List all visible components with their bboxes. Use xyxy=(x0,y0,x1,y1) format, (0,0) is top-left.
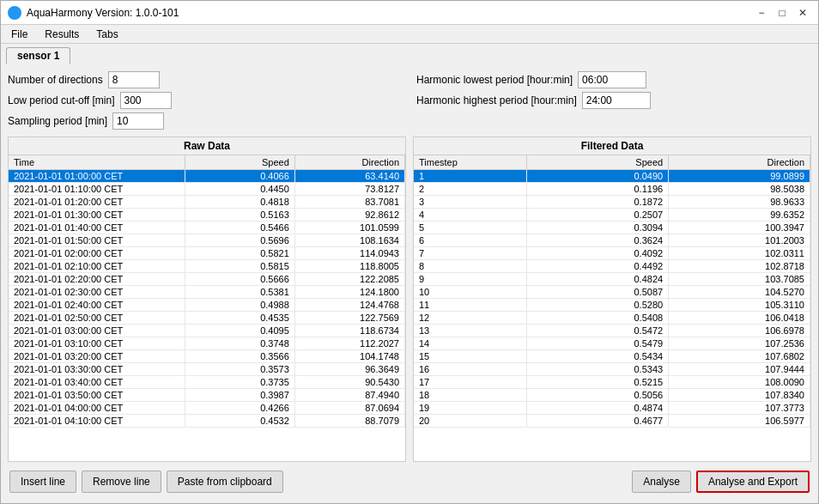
table-row[interactable]: 2021-01-01 02:20:00 CET0.5666122.2085 xyxy=(9,273,405,286)
filt-cell-timestep: 14 xyxy=(414,337,527,350)
table-row[interactable]: 2021-01-01 03:20:00 CET0.3566104.1748 xyxy=(9,350,405,363)
table-row[interactable]: 2021-01-01 01:30:00 CET0.516392.8612 xyxy=(9,209,405,222)
table-row[interactable]: 50.3094100.3947 xyxy=(414,222,810,234)
filt-cell-direction: 98.5038 xyxy=(669,183,810,196)
table-row[interactable]: 2021-01-01 02:50:00 CET0.4535122.7569 xyxy=(9,312,405,325)
minimize-button[interactable]: − xyxy=(753,5,770,21)
paste-clipboard-button[interactable]: Paste from clipboard xyxy=(167,471,283,493)
raw-cell-time: 2021-01-01 03:30:00 CET xyxy=(9,363,185,376)
raw-cell-speed: 0.5696 xyxy=(185,234,294,247)
raw-cell-direction: 87.0694 xyxy=(294,402,404,415)
table-row[interactable]: 110.5280105.3110 xyxy=(414,299,810,312)
table-row[interactable]: 20.119698.5038 xyxy=(414,183,810,196)
filt-cell-direction: 100.3947 xyxy=(669,222,810,234)
filt-cell-timestep: 4 xyxy=(414,209,527,222)
table-row[interactable]: 2021-01-01 01:10:00 CET0.445073.8127 xyxy=(9,183,405,196)
table-row[interactable]: 2021-01-01 03:30:00 CET0.357396.3649 xyxy=(9,363,405,376)
table-row[interactable]: 2021-01-01 02:30:00 CET0.5381124.1800 xyxy=(9,286,405,299)
table-row[interactable]: 2021-01-01 01:50:00 CET0.5696108.1634 xyxy=(9,234,405,247)
table-row[interactable]: 2021-01-01 04:10:00 CET0.453288.7079 xyxy=(9,415,405,428)
table-row[interactable]: 2021-01-01 01:40:00 CET0.5466101.0599 xyxy=(9,222,405,234)
raw-cell-speed: 0.5163 xyxy=(185,209,294,222)
filt-cell-timestep: 2 xyxy=(414,183,527,196)
raw-data-scroll[interactable]: Time Speed Direction 2021-01-01 01:00:00… xyxy=(9,155,405,461)
maximize-button[interactable]: □ xyxy=(774,5,791,21)
window-title: AquaHarmony Version: 1.0.0-101 xyxy=(27,7,179,19)
num-directions-input[interactable] xyxy=(108,71,160,88)
low-period-input[interactable] xyxy=(120,92,172,109)
table-row[interactable]: 150.5434107.6802 xyxy=(414,350,810,363)
table-row[interactable]: 40.250799.6352 xyxy=(414,209,810,222)
table-row[interactable]: 2021-01-01 04:00:00 CET0.426687.0694 xyxy=(9,402,405,415)
harmonic-lowest-label: Harmonic lowest period [hour:min] xyxy=(416,74,573,86)
filt-cell-timestep: 13 xyxy=(414,325,527,337)
table-row[interactable]: 2021-01-01 01:20:00 CET0.481883.7081 xyxy=(9,196,405,209)
table-row[interactable]: 10.049099.0899 xyxy=(414,170,810,183)
table-row[interactable]: 180.5056107.8340 xyxy=(414,389,810,402)
table-row[interactable]: 170.5215108.0090 xyxy=(414,376,810,389)
raw-cell-direction: 122.7569 xyxy=(294,312,404,325)
menu-tabs[interactable]: Tabs xyxy=(89,27,124,42)
table-row[interactable]: 80.4492102.8718 xyxy=(414,260,810,273)
raw-cell-time: 2021-01-01 03:10:00 CET xyxy=(9,337,185,350)
filt-cell-speed: 0.5087 xyxy=(527,286,669,299)
raw-cell-speed: 0.4095 xyxy=(185,325,294,337)
table-row[interactable]: 90.4824103.7085 xyxy=(414,273,810,286)
raw-cell-speed: 0.4450 xyxy=(185,183,294,196)
table-row[interactable]: 200.4677106.5977 xyxy=(414,415,810,428)
table-row[interactable]: 70.4092102.0311 xyxy=(414,247,810,260)
sampling-period-input[interactable] xyxy=(112,112,164,130)
analyse-export-button[interactable]: Analyse and Export xyxy=(696,471,810,493)
main-window: AquaHarmony Version: 1.0.0-101 − □ ✕ Fil… xyxy=(0,0,819,504)
filt-cell-speed: 0.5479 xyxy=(527,337,669,350)
table-row[interactable]: 190.4874107.3773 xyxy=(414,402,810,415)
filt-cell-direction: 98.9633 xyxy=(669,196,810,209)
raw-cell-time: 2021-01-01 02:30:00 CET xyxy=(9,286,185,299)
filt-cell-timestep: 19 xyxy=(414,402,527,415)
raw-cell-direction: 124.1800 xyxy=(294,286,404,299)
table-row[interactable]: 30.187298.9633 xyxy=(414,196,810,209)
filt-cell-timestep: 8 xyxy=(414,260,527,273)
filt-cell-speed: 0.3094 xyxy=(527,222,669,234)
table-row[interactable]: 2021-01-01 03:10:00 CET0.3748112.2027 xyxy=(9,337,405,350)
menu-results[interactable]: Results xyxy=(38,27,86,42)
raw-cell-time: 2021-01-01 02:40:00 CET xyxy=(9,299,185,312)
raw-cell-time: 2021-01-01 01:50:00 CET xyxy=(9,234,185,247)
filt-cell-direction: 107.8340 xyxy=(669,389,810,402)
table-row[interactable]: 2021-01-01 02:10:00 CET0.5815118.8005 xyxy=(9,260,405,273)
insert-line-button[interactable]: Insert line xyxy=(9,471,76,493)
analyse-button[interactable]: Analyse xyxy=(632,471,691,493)
table-row[interactable]: 130.5472106.6978 xyxy=(414,325,810,337)
filt-cell-direction: 106.0418 xyxy=(669,312,810,325)
tab-sensor1[interactable]: sensor 1 xyxy=(6,47,70,64)
table-row[interactable]: 100.5087104.5270 xyxy=(414,286,810,299)
harmonic-lowest-input[interactable] xyxy=(578,71,646,88)
harmonic-highest-input[interactable] xyxy=(582,92,651,109)
table-row[interactable]: 2021-01-01 02:40:00 CET0.4988124.4768 xyxy=(9,299,405,312)
title-bar-left: AquaHarmony Version: 1.0.0-101 xyxy=(8,6,179,20)
filtered-data-scroll[interactable]: Timestep Speed Direction 10.049099.08992… xyxy=(414,155,810,461)
raw-cell-direction: 112.2027 xyxy=(294,337,404,350)
menu-file[interactable]: File xyxy=(4,27,34,42)
raw-cell-speed: 0.4818 xyxy=(185,196,294,209)
raw-cell-time: 2021-01-01 01:00:00 CET xyxy=(9,170,185,183)
filt-cell-timestep: 15 xyxy=(414,350,527,363)
table-row[interactable]: 2021-01-01 01:00:00 CET0.406663.4140 xyxy=(9,170,405,183)
table-row[interactable]: 2021-01-01 03:50:00 CET0.398787.4940 xyxy=(9,389,405,402)
filt-cell-timestep: 3 xyxy=(414,196,527,209)
filt-cell-timestep: 18 xyxy=(414,389,527,402)
table-row[interactable]: 140.5479107.2536 xyxy=(414,337,810,350)
remove-line-button[interactable]: Remove line xyxy=(82,471,161,493)
table-row[interactable]: 2021-01-01 02:00:00 CET0.5821114.0943 xyxy=(9,247,405,260)
table-row[interactable]: 2021-01-01 03:00:00 CET0.4095118.6734 xyxy=(9,325,405,337)
table-row[interactable]: 120.5408106.0418 xyxy=(414,312,810,325)
raw-cell-time: 2021-01-01 04:10:00 CET xyxy=(9,415,185,428)
raw-cell-time: 2021-01-01 03:50:00 CET xyxy=(9,389,185,402)
close-button[interactable]: ✕ xyxy=(794,5,811,21)
table-row[interactable]: 60.3624101.2003 xyxy=(414,234,810,247)
harmonic-lowest-row: Harmonic lowest period [hour:min] xyxy=(416,71,811,88)
table-row[interactable]: 160.5343107.9444 xyxy=(414,363,810,376)
filt-col-direction: Direction xyxy=(669,155,810,170)
table-row[interactable]: 2021-01-01 03:40:00 CET0.373590.5430 xyxy=(9,376,405,389)
raw-cell-time: 2021-01-01 02:50:00 CET xyxy=(9,312,185,325)
